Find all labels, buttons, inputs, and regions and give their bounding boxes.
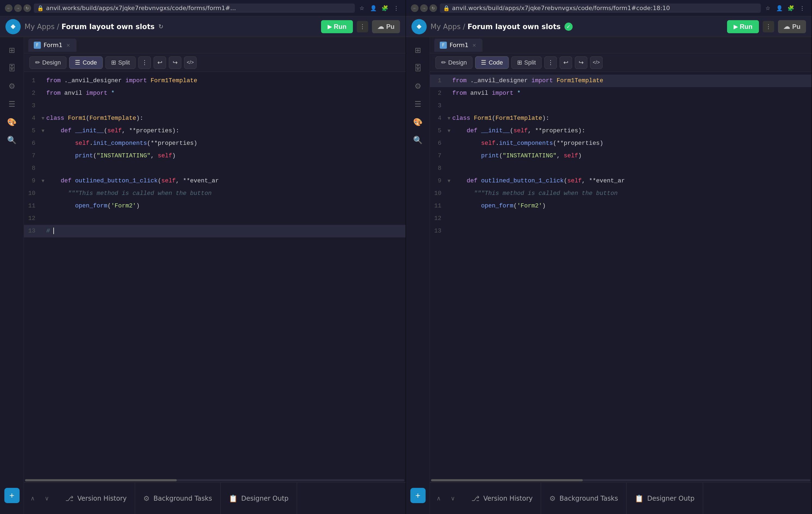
tab-close-btn[interactable]: × — [471, 42, 477, 48]
list-icon[interactable]: ☰ — [4, 96, 20, 112]
horizontal-scrollbar[interactable] — [430, 478, 811, 482]
chrome-controls: ← → ↻ — [411, 4, 437, 12]
fold-arrow[interactable]: ▼ — [446, 125, 452, 137]
bottom-up-btn[interactable]: ∧ — [433, 492, 445, 505]
fold-arrow[interactable]: ▼ — [446, 175, 452, 187]
bottom-tab-designer-output[interactable]: 📋 Designer Outp — [627, 483, 703, 514]
grid-icon[interactable]: ⊞ — [4, 42, 20, 58]
line-number: 10 — [432, 187, 446, 200]
search-icon[interactable]: 🔍 — [4, 132, 20, 148]
split-button[interactable]: ⊞ Split — [106, 56, 136, 69]
code-button[interactable]: ☰ Code — [475, 56, 509, 69]
toolbar-more-button[interactable]: ⋮ — [138, 56, 151, 69]
tab-form1[interactable]: F Form1 × — [434, 39, 483, 52]
line-number: 12 — [26, 212, 40, 225]
chrome-forward-btn[interactable]: → — [14, 4, 22, 12]
bottom-tab-background-tasks[interactable]: ⚙ Background Tasks — [135, 483, 220, 514]
add-button[interactable]: + — [410, 488, 426, 503]
line-number: 5 — [26, 125, 40, 137]
grid-icon[interactable]: ⊞ — [410, 42, 426, 58]
editor-area: F Form1 × ✏ Design ☰ Code ⊞ Split ⋮ ↩ ↪ … — [430, 37, 811, 514]
search-icon[interactable]: 🔍 — [410, 132, 426, 148]
list-icon[interactable]: ☰ — [410, 96, 426, 112]
fold-arrow[interactable]: ▼ — [446, 112, 452, 125]
design-button[interactable]: ✏ Design — [435, 56, 472, 69]
redo-button[interactable]: ↪ — [169, 56, 181, 69]
database-icon[interactable]: 🗄 — [4, 60, 20, 76]
run-label: Run — [334, 23, 347, 30]
chrome-refresh-btn[interactable]: ↻ — [429, 4, 437, 12]
bookmark-icon[interactable]: ☆ — [357, 4, 366, 12]
chrome-back-btn[interactable]: ← — [411, 4, 418, 12]
chrome-menu-icon[interactable]: ⋮ — [798, 4, 807, 12]
bottom-tab-version-history[interactable]: ⎇ Version History — [57, 483, 135, 514]
palette-icon[interactable]: 🎨 — [410, 114, 426, 129]
profile-icon[interactable]: 👤 — [369, 4, 378, 12]
publish-button[interactable]: ☁ Pu — [778, 20, 806, 33]
line-number: 11 — [432, 200, 446, 212]
redo-button[interactable]: ↪ — [575, 56, 587, 69]
code-editor[interactable]: 1from ._anvil_designer import Form1Templ… — [430, 72, 811, 482]
bottom-tab-background-tasks[interactable]: ⚙ Background Tasks — [541, 483, 626, 514]
run-button[interactable]: ▶ Run — [727, 20, 759, 33]
settings-icon[interactable]: ⚙ — [410, 79, 426, 94]
code-button[interactable]: ☰ Code — [69, 56, 103, 69]
header-more-button[interactable]: ⋮ — [357, 21, 368, 32]
publish-button[interactable]: ☁ Pu — [372, 20, 400, 33]
line-number: 2 — [26, 87, 40, 100]
scrollbar-thumb[interactable] — [431, 479, 583, 481]
breadcrumb-prefix: My Apps / — [25, 23, 59, 31]
split-button[interactable]: ⊞ Split — [512, 56, 542, 69]
scrollbar-thumb[interactable] — [25, 479, 177, 481]
chrome-controls: ← → ↻ — [5, 4, 31, 12]
bottom-tab-version-history[interactable]: ⎇ Version History — [463, 483, 541, 514]
chrome-menu-icon[interactable]: ⋮ — [392, 4, 401, 12]
line-number: 6 — [26, 137, 40, 150]
extensions-icon[interactable]: 🧩 — [380, 4, 389, 12]
profile-icon[interactable]: 👤 — [775, 4, 784, 12]
bottom-down-btn[interactable]: ∨ — [41, 492, 53, 505]
chrome-refresh-btn[interactable]: ↻ — [23, 4, 31, 12]
horizontal-scrollbar[interactable] — [24, 478, 405, 482]
palette-icon[interactable]: 🎨 — [4, 114, 20, 129]
header-more-button[interactable]: ⋮ — [763, 21, 774, 32]
design-button[interactable]: ✏ Design — [29, 56, 66, 69]
bottom-down-btn[interactable]: ∨ — [447, 492, 459, 505]
chrome-forward-btn[interactable]: → — [420, 4, 428, 12]
embed-button[interactable]: </> — [590, 56, 603, 69]
fold-arrow[interactable]: ▼ — [40, 112, 46, 125]
code-line: 12 — [430, 212, 811, 225]
fold-arrow[interactable]: ▼ — [40, 175, 46, 187]
address-bar[interactable]: 🔒 anvil.works/build/apps/x7jqke7rebvnvgx… — [440, 4, 761, 13]
code-editor[interactable]: 1from ._anvil_designer import Form1Templ… — [24, 72, 405, 482]
breadcrumb: My Apps / Forum layout own slots — [431, 23, 561, 31]
settings-icon[interactable]: ⚙ — [4, 79, 20, 94]
line-number: 13 — [432, 225, 446, 237]
code-content: 1from ._anvil_designer import Form1Templ… — [24, 72, 405, 478]
tab-close-btn[interactable]: × — [65, 42, 71, 48]
line-number: 13 — [26, 225, 40, 237]
code-line: 3 — [24, 100, 405, 112]
toolbar-more-button[interactable]: ⋮ — [544, 56, 557, 69]
embed-button[interactable]: </> — [184, 56, 197, 69]
bottom-nav: ∧ ∨ — [27, 492, 53, 505]
line-number: 2 — [432, 87, 446, 100]
line-number: 1 — [26, 74, 40, 87]
lock-icon: 🔒 — [37, 5, 44, 11]
code-line: 4▼class Form1(Form1Template): — [430, 112, 811, 125]
database-icon[interactable]: 🗄 — [410, 60, 426, 76]
bookmark-icon[interactable]: ☆ — [763, 4, 772, 12]
tab-form1[interactable]: F Form1 × — [28, 39, 77, 52]
undo-button[interactable]: ↩ — [559, 56, 572, 69]
undo-button[interactable]: ↩ — [153, 56, 166, 69]
run-button[interactable]: ▶ Run — [321, 20, 353, 33]
bottom-tab-designer-output[interactable]: 📋 Designer Outp — [221, 483, 297, 514]
code-label: Code — [83, 59, 97, 66]
bottom-up-btn[interactable]: ∧ — [27, 492, 39, 505]
add-button[interactable]: + — [4, 488, 20, 503]
extensions-icon[interactable]: 🧩 — [786, 4, 795, 12]
fold-arrow[interactable]: ▼ — [40, 125, 46, 137]
chrome-back-btn[interactable]: ← — [5, 4, 12, 12]
app-header: My Apps / Forum layout own slots ↻ ▶ Run… — [0, 16, 405, 37]
address-bar[interactable]: 🔒 anvil.works/build/apps/x7jqke7rebvnvgx… — [34, 4, 355, 13]
